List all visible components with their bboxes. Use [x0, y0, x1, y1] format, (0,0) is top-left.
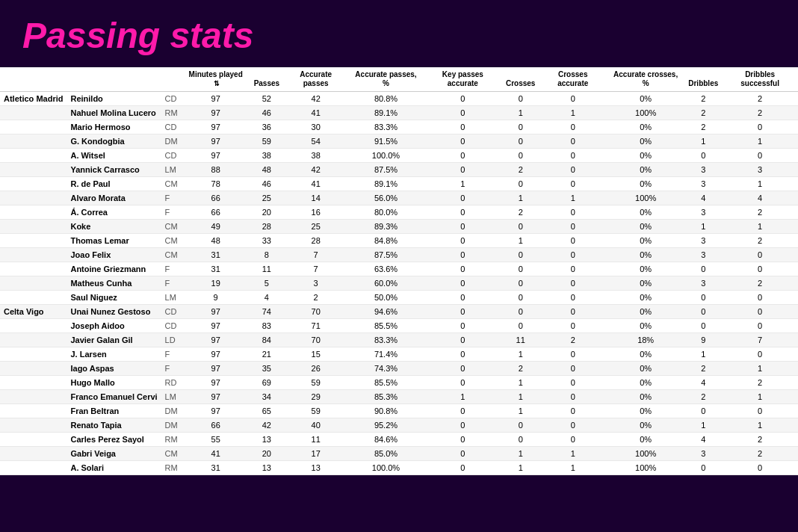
- dribbles-cell: 3: [684, 447, 722, 461]
- col-crosses[interactable]: Crosses: [502, 67, 539, 92]
- crosses-accurate-cell: 0: [539, 433, 607, 447]
- dribbles-cell: 3: [684, 234, 722, 248]
- accurate-passes-cell: 3: [283, 276, 348, 291]
- accurate-crosses-pct-cell: 0%: [607, 248, 684, 262]
- team-cell: [0, 276, 66, 291]
- table-row: Nahuel Molina LuceroRM97464189.1%011100%…: [0, 106, 798, 120]
- minutes-played-cell: 19: [182, 276, 250, 291]
- crosses-accurate-cell: 0: [539, 291, 607, 305]
- accurate-crosses-pct-cell: 0%: [607, 276, 684, 291]
- col-key-passes-accurate[interactable]: Key passes accurate: [424, 67, 502, 92]
- crosses-accurate-cell: 0: [539, 305, 607, 319]
- passes-cell: 69: [250, 376, 283, 390]
- player-cell: Fran Beltran: [66, 404, 161, 418]
- passes-cell: 8: [250, 248, 283, 262]
- crosses-cell: 1: [502, 347, 539, 362]
- accurate-passes-cell: 42: [283, 92, 348, 106]
- team-cell: [0, 390, 66, 404]
- table-row: Á. CorreaF66201680.0%0200%32: [0, 205, 798, 220]
- dribbles-successful-cell: 0: [722, 291, 798, 305]
- accurate-passes-cell: 16: [283, 205, 348, 220]
- position-cell: F: [161, 191, 182, 205]
- table-row: Thomas LemarCM48332884.8%0100%32: [0, 234, 798, 248]
- accurate-passes-pct-cell: 100.0%: [348, 461, 424, 475]
- accurate-crosses-pct-cell: 0%: [607, 134, 684, 149]
- key-passes-accurate-cell: 0: [424, 248, 502, 262]
- crosses-cell: 0: [502, 92, 539, 106]
- crosses-accurate-cell: 0: [539, 134, 607, 149]
- col-dribbles-successful[interactable]: Dribbles successful: [722, 67, 798, 92]
- crosses-accurate-cell: 0: [539, 347, 607, 362]
- position-cell: LD: [161, 333, 182, 347]
- player-cell: Saul Niguez: [66, 291, 161, 305]
- col-passes[interactable]: Passes: [250, 67, 283, 92]
- col-accurate-passes-pct[interactable]: Accurate passes, %: [348, 67, 424, 92]
- passes-cell: 28: [250, 220, 283, 234]
- player-cell: Antoine Griezmann: [66, 262, 161, 276]
- accurate-passes-cell: 7: [283, 248, 348, 262]
- accurate-passes-pct-cell: 87.5%: [348, 163, 424, 177]
- col-player: [66, 67, 161, 92]
- accurate-passes-pct-cell: 83.3%: [348, 120, 424, 134]
- accurate-passes-cell: 70: [283, 305, 348, 319]
- key-passes-accurate-cell: 0: [424, 106, 502, 120]
- accurate-crosses-pct-cell: 0%: [607, 163, 684, 177]
- crosses-cell: 1: [502, 191, 539, 205]
- accurate-passes-cell: 30: [283, 120, 348, 134]
- team-cell: [0, 333, 66, 347]
- team-cell: Atletico Madrid: [0, 92, 66, 106]
- position-cell: CM: [161, 447, 182, 461]
- col-dribbles[interactable]: Dribbles: [684, 67, 722, 92]
- accurate-passes-pct-cell: 83.3%: [348, 333, 424, 347]
- dribbles-cell: 0: [684, 461, 722, 475]
- accurate-passes-cell: 14: [283, 191, 348, 205]
- passes-cell: 4: [250, 291, 283, 305]
- accurate-crosses-pct-cell: 0%: [607, 120, 684, 134]
- dribbles-successful-cell: 2: [722, 433, 798, 447]
- key-passes-accurate-cell: 0: [424, 305, 502, 319]
- crosses-cell: 0: [502, 149, 539, 163]
- accurate-passes-pct-cell: 56.0%: [348, 191, 424, 205]
- crosses-accurate-cell: 0: [539, 376, 607, 390]
- accurate-passes-cell: 71: [283, 319, 348, 333]
- dribbles-cell: 1: [684, 418, 722, 433]
- dribbles-successful-cell: 2: [722, 234, 798, 248]
- crosses-accurate-cell: 0: [539, 276, 607, 291]
- accurate-passes-cell: 70: [283, 333, 348, 347]
- minutes-played-cell: 97: [182, 92, 250, 106]
- col-crosses-accurate[interactable]: Crosses accurate: [539, 67, 607, 92]
- minutes-played-cell: 9: [182, 291, 250, 305]
- team-cell: Celta Vigo: [0, 305, 66, 319]
- team-cell: [0, 291, 66, 305]
- player-cell: A. Solari: [66, 461, 161, 475]
- dribbles-cell: 3: [684, 205, 722, 220]
- col-accurate-passes[interactable]: Accurate passes: [283, 67, 348, 92]
- accurate-passes-cell: 25: [283, 220, 348, 234]
- accurate-passes-pct-cell: 63.6%: [348, 262, 424, 276]
- minutes-played-cell: 97: [182, 319, 250, 333]
- player-cell: Yannick Carrasco: [66, 163, 161, 177]
- accurate-passes-pct-cell: 87.5%: [348, 248, 424, 262]
- player-cell: Renato Tapia: [66, 418, 161, 433]
- minutes-played-cell: 97: [182, 305, 250, 319]
- accurate-passes-cell: 2: [283, 291, 348, 305]
- crosses-accurate-cell: 0: [539, 177, 607, 191]
- table-row: Matheus CunhaF195360.0%0000%32: [0, 276, 798, 291]
- col-accurate-crosses-pct[interactable]: Accurate crosses, %: [607, 67, 684, 92]
- dribbles-successful-cell: 1: [722, 418, 798, 433]
- accurate-passes-cell: 41: [283, 106, 348, 120]
- dribbles-cell: 3: [684, 163, 722, 177]
- minutes-played-cell: 55: [182, 433, 250, 447]
- minutes-played-cell: 97: [182, 347, 250, 362]
- accurate-passes-cell: 38: [283, 149, 348, 163]
- team-cell: [0, 134, 66, 149]
- accurate-passes-cell: 54: [283, 134, 348, 149]
- player-cell: J. Larsen: [66, 347, 161, 362]
- key-passes-accurate-cell: 0: [424, 92, 502, 106]
- key-passes-accurate-cell: 1: [424, 390, 502, 404]
- position-cell: DM: [161, 404, 182, 418]
- col-minutes-played[interactable]: Minutes played ⇅: [182, 67, 250, 92]
- accurate-crosses-pct-cell: 0%: [607, 433, 684, 447]
- passes-cell: 33: [250, 234, 283, 248]
- accurate-passes-cell: 59: [283, 376, 348, 390]
